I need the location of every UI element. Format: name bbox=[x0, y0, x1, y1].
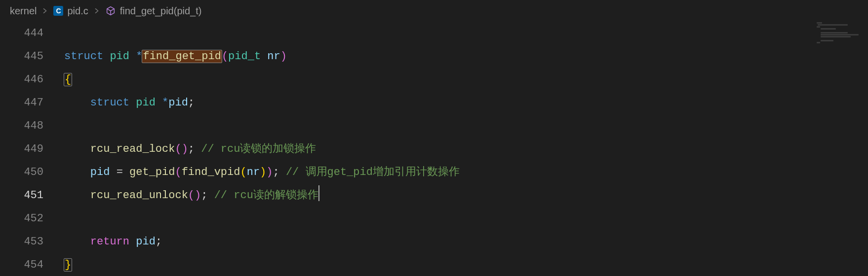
line-number: 449 bbox=[0, 138, 43, 161]
brace-open-matched: { bbox=[64, 73, 72, 86]
breadcrumb-folder-label: kernel bbox=[10, 5, 37, 17]
function-call: rcu_read_lock bbox=[90, 143, 175, 155]
minimap-line bbox=[821, 28, 836, 30]
function-name-highlighted: find_get_pid bbox=[142, 50, 222, 63]
minimap-line bbox=[821, 36, 851, 37]
minimap-line bbox=[818, 24, 848, 26]
code-line[interactable] bbox=[64, 207, 868, 230]
code-line[interactable]: pid = get_pid(find_vpid(nr)); // 调用get_p… bbox=[64, 161, 868, 184]
breadcrumb-symbol[interactable]: find_get_pid(pid_t) bbox=[105, 5, 202, 17]
paren: ) bbox=[195, 189, 201, 202]
operator: * bbox=[162, 97, 168, 109]
variable: pid bbox=[136, 236, 156, 248]
paren: ) bbox=[182, 143, 188, 155]
code-line[interactable]: struct pid *find_get_pid(pid_t nr) bbox=[64, 45, 868, 68]
function-call: get_pid bbox=[129, 166, 175, 178]
line-number: 447 bbox=[0, 91, 43, 114]
paren: ( bbox=[188, 189, 195, 202]
code-line[interactable]: } bbox=[64, 253, 868, 276]
breadcrumb-separator bbox=[41, 5, 48, 17]
comment: // rcu读锁的加锁操作 bbox=[201, 143, 316, 155]
paren: ( bbox=[175, 166, 181, 178]
code-line[interactable] bbox=[64, 114, 868, 138]
minimap-line bbox=[817, 42, 820, 43]
keyword: struct bbox=[64, 50, 103, 63]
type: pid_t bbox=[228, 50, 261, 63]
minimap-line bbox=[821, 40, 833, 41]
keyword: return bbox=[90, 236, 129, 248]
punctuation: ; bbox=[188, 143, 195, 155]
variable: pid bbox=[90, 166, 110, 178]
type: pid bbox=[136, 97, 156, 109]
minimap-line bbox=[817, 26, 820, 28]
keyword: struct bbox=[90, 97, 129, 109]
comment: // rcu读的解锁操作 bbox=[214, 189, 318, 202]
code-line[interactable] bbox=[64, 22, 868, 45]
paren: ) bbox=[280, 50, 287, 63]
breadcrumb-file[interactable]: C pid.c bbox=[53, 5, 88, 17]
paren: ( bbox=[240, 166, 246, 178]
breadcrumb-file-label: pid.c bbox=[67, 5, 88, 17]
line-number-current: 451 bbox=[0, 184, 43, 207]
variable: nr bbox=[247, 166, 260, 178]
breadcrumb-symbol-label: find_get_pid(pid_t) bbox=[120, 5, 202, 17]
punctuation: ; bbox=[188, 97, 195, 109]
breadcrumb-folder[interactable]: kernel bbox=[10, 5, 37, 17]
line-number: 444 bbox=[0, 22, 43, 45]
code-line[interactable]: struct pid *pid; bbox=[64, 91, 868, 114]
code-line[interactable]: return pid; bbox=[64, 230, 868, 253]
code-line[interactable]: { bbox=[64, 68, 868, 91]
variable: nr bbox=[267, 50, 280, 63]
line-number: 452 bbox=[0, 207, 43, 230]
paren: ) bbox=[260, 166, 266, 178]
code-line[interactable]: rcu_read_lock(); // rcu读锁的加锁操作 bbox=[64, 138, 868, 161]
minimap-line bbox=[817, 22, 822, 24]
operator: = bbox=[117, 166, 123, 178]
minimap[interactable] bbox=[814, 22, 868, 276]
line-number: 445 bbox=[0, 45, 43, 68]
brace-close-matched: } bbox=[64, 258, 72, 272]
code-line-current[interactable]: rcu_read_unlock(); // rcu读的解锁操作 bbox=[64, 184, 868, 207]
paren: ( bbox=[222, 50, 228, 63]
code-editor[interactable]: 444 445 446 447 448 449 450 451 452 453 … bbox=[0, 22, 868, 276]
function-call: rcu_read_unlock bbox=[90, 189, 188, 202]
comment: // 调用get_pid增加引用计数操作 bbox=[286, 166, 460, 178]
function-call: find_vpid bbox=[182, 166, 240, 178]
code-area[interactable]: struct pid *find_get_pid(pid_t nr) { str… bbox=[49, 22, 868, 276]
paren: ) bbox=[266, 166, 273, 178]
punctuation: ; bbox=[156, 236, 162, 248]
text-cursor bbox=[318, 185, 319, 201]
line-number: 454 bbox=[0, 253, 43, 276]
breadcrumb[interactable]: kernel C pid.c find_get_pid(pid_t) bbox=[0, 0, 868, 22]
line-number: 450 bbox=[0, 161, 43, 184]
line-number-gutter: 444 445 446 447 448 449 450 451 452 453 … bbox=[0, 22, 49, 276]
punctuation: ; bbox=[201, 189, 207, 202]
variable: pid bbox=[168, 97, 188, 109]
paren: ( bbox=[175, 143, 181, 155]
type: pid bbox=[110, 50, 129, 63]
breadcrumb-separator bbox=[93, 5, 100, 17]
c-file-icon: C bbox=[53, 6, 63, 16]
minimap-line bbox=[821, 32, 848, 34]
line-number: 446 bbox=[0, 68, 43, 91]
minimap-line bbox=[821, 34, 859, 35]
method-icon bbox=[105, 5, 116, 16]
line-number: 453 bbox=[0, 230, 43, 253]
punctuation: ; bbox=[273, 166, 279, 178]
line-number: 448 bbox=[0, 114, 43, 138]
